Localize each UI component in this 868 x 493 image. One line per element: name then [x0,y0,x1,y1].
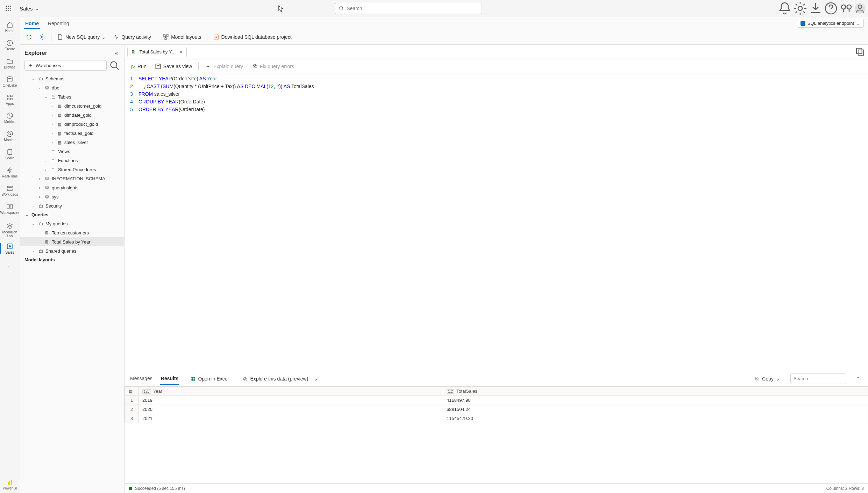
tree-tables[interactable]: ⌄🗀Tables [20,92,124,101]
close-tab-button[interactable]: ✕ [179,49,183,55]
query-activity-button[interactable]: Query activity [110,32,154,42]
rail-apps[interactable]: Apps [1,91,19,108]
table-row[interactable]: 3202111545479.20 [125,414,868,423]
app-launcher-button[interactable] [3,3,14,14]
column-header-totalsales[interactable]: 1.2TotalSales [443,387,868,396]
table-row[interactable]: 220206881504.24 [125,405,868,414]
user-avatar[interactable] [855,3,865,14]
results-tab-messages[interactable]: Messages [129,373,153,385]
tree-my-queries[interactable]: ⌄🗀My queries [20,219,124,228]
run-query-button[interactable]: ▷Run [128,62,150,71]
svg-rect-25 [11,480,12,485]
file-tab[interactable]: 🗎 Total Sales by Ye... ✕ [127,47,187,57]
svg-point-22 [9,245,11,247]
explorer-search-button[interactable] [109,60,119,70]
tree-table-item[interactable]: ›▦factsales_gold [20,129,124,138]
tree-query-item[interactable]: ›🗎Top ten customers [20,228,124,237]
global-search[interactable] [335,3,482,14]
search-input[interactable] [347,6,478,11]
search-icon [339,6,344,12]
new-sql-query-button[interactable]: New SQL query⌄ [54,32,109,42]
results-search-input[interactable] [790,374,846,384]
rail-medallion[interactable]: Medallion Lab [1,222,19,239]
rail-home[interactable]: Home [1,18,19,36]
tree-security[interactable]: ›🗀Security [20,201,124,210]
column-header-year[interactable]: 123Year [139,387,443,396]
tree-sys[interactable]: ›⛁sys [20,192,124,201]
sql-file-icon: 🗎 [44,239,50,245]
results-grid[interactable]: ▦ 123Year 1.2TotalSales 120194168497.98 … [124,386,868,483]
explore-data-button[interactable]: ◎Explore this data (preview)⌄ [239,374,322,383]
collapse-explorer-button[interactable]: « [114,49,119,57]
tree-table-item[interactable]: ›▦sales_silver [20,138,124,147]
rail-workloads[interactable]: Workloads [1,182,19,199]
caret-icon: › [37,177,42,181]
download-project-button[interactable]: Download SQL database project [210,32,294,42]
download-button[interactable] [809,1,823,15]
caret-icon: › [43,168,48,172]
tree-functions[interactable]: ›🗀Functions [20,156,124,165]
tree-query-item-selected[interactable]: ›🗎Total Sales by Year [20,237,124,246]
svg-rect-28 [166,35,168,36]
model-icon [163,34,169,40]
tree-info-schema[interactable]: ›⛁INFORMATION_SCHEMA [20,174,124,183]
refresh-button[interactable] [23,32,35,42]
sql-editor[interactable]: 12345 SELECT YEAR(OrderDate) AS Year , C… [124,73,868,371]
table-icon: ▦ [57,103,62,109]
rail-onelake[interactable]: OneLake [1,73,19,90]
tree-table-item[interactable]: ›▦dimcustomer_gold [20,101,124,110]
svg-rect-35 [156,64,161,69]
tree-stored-procs[interactable]: ›🗀Stored Procedures [20,165,124,174]
tab-home[interactable]: Home [24,19,40,29]
rail-realtime[interactable]: Real-Time [1,164,19,181]
chevron-down-icon[interactable]: ⌄ [35,5,40,12]
tree-table-item[interactable]: ›▦dimproduct_gold [20,119,124,129]
save-as-view-button[interactable]: Save as view [151,62,195,71]
results-tab-results[interactable]: Results [160,373,179,385]
tree-schemas[interactable]: ⌄🗀Schemas [20,74,124,83]
status-meta: Columns: 2 Rows: 3 [826,486,864,491]
help-button[interactable] [824,1,838,15]
line-gutter: 12345 [124,73,136,371]
rail-sales[interactable]: Sales [1,240,19,257]
grid-corner[interactable]: ▦ [125,387,139,396]
tree-table-item[interactable]: ›▦dimdate_gold [20,110,124,119]
endpoint-selector[interactable]: SQL analytics endpoint ⌄ [797,19,864,28]
model-layouts-button[interactable]: Model layouts [160,32,204,42]
tree-queryinsights[interactable]: ›⛁queryinsights [20,183,124,192]
rail-powerbi[interactable]: Power BI [1,476,19,493]
caret-icon: › [31,249,36,253]
notifications-button[interactable] [778,1,792,15]
tab-reporting[interactable]: Reporting [47,19,71,29]
svg-rect-19 [7,205,9,208]
rail-browse[interactable]: Browse [1,55,19,72]
caret-icon: › [50,140,55,144]
code-content[interactable]: SELECT YEAR(OrderDate) AS Year , CAST (S… [136,73,868,371]
settings-button[interactable] [793,1,807,15]
caret-icon: › [37,195,42,199]
expand-results-button[interactable]: ⌃ [853,374,863,384]
rail-learn[interactable]: Learn [1,145,19,163]
tree-shared-queries[interactable]: ›🗀Shared queries [20,246,124,255]
table-icon: ▦ [57,112,62,118]
table-icon: ▦ [57,121,62,127]
tree-queries-section[interactable]: ⌄Queries [20,210,124,219]
tree-dbo[interactable]: ⌄⛁dbo [20,83,124,92]
rail-create[interactable]: Create [1,36,19,54]
open-in-excel-button[interactable]: ▦Open in Excel [186,374,232,383]
add-warehouse-button[interactable]: ＋Warehouses [24,60,107,71]
table-row[interactable]: 120194168497.98 [125,396,868,405]
tree-model-layouts-section[interactable]: Model layouts [20,255,124,264]
copy-results-button[interactable]: ⎘Copy⌄ [750,374,783,383]
settings-gear-button[interactable] [36,32,48,42]
rail-monitor[interactable]: Monitor [1,127,19,145]
waffle-icon [6,6,11,11]
breadcrumb-workspace[interactable]: Sales [20,6,33,12]
rail-workspaces[interactable]: Workspaces [1,200,19,217]
rail-more[interactable]: ⋯ [1,258,19,275]
feedback-button[interactable] [839,1,853,15]
rail-metrics[interactable]: Metrics [1,109,19,126]
copy-button[interactable] [855,47,865,57]
sql-file-icon: 🗎 [44,230,50,235]
tree-views[interactable]: ›🗀Views [20,147,124,156]
